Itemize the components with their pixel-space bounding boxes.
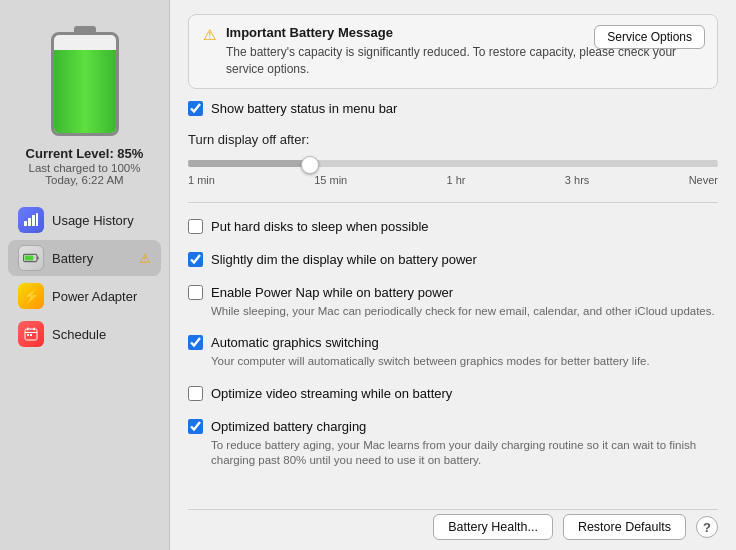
restore-defaults-button[interactable]: Restore Defaults: [563, 514, 686, 540]
tick-3hrs: 3 hrs: [565, 174, 589, 186]
slider-section-label: Turn display off after:: [188, 132, 718, 147]
display-off-slider-section: Turn display off after: 1 min 15 min 1 h…: [188, 128, 718, 190]
sidebar-item-label-usage-history: Usage History: [52, 213, 151, 228]
power-nap-checkbox[interactable]: [188, 285, 203, 300]
usage-history-icon: [18, 207, 44, 233]
bottom-bar: Battery Health... Restore Defaults ?: [188, 509, 718, 540]
sidebar: Current Level: 85% Last charged to 100% …: [0, 0, 170, 550]
warning-icon: ⚠: [203, 26, 216, 44]
tick-never: Never: [689, 174, 718, 186]
battery-warning-badge: ⚠: [139, 251, 151, 266]
option-optimized-charging: Optimized battery charging To reduce bat…: [188, 415, 718, 471]
option-dim-display: Slightly dim the display while on batter…: [188, 248, 718, 271]
option-auto-graphics: Automatic graphics switching Your comput…: [188, 331, 718, 372]
schedule-icon: [18, 321, 44, 347]
svg-rect-5: [37, 256, 39, 259]
auto-graphics-description: Your computer will automatically switch …: [211, 354, 718, 370]
optimized-charging-checkbox[interactable]: [188, 419, 203, 434]
svg-rect-8: [27, 328, 29, 331]
sidebar-item-label-battery: Battery: [52, 251, 129, 266]
battery-health-button[interactable]: Battery Health...: [433, 514, 553, 540]
dim-display-label[interactable]: Slightly dim the display while on batter…: [211, 252, 477, 267]
svg-rect-2: [32, 215, 35, 226]
battery-body: [51, 32, 119, 136]
battery-icon: [49, 26, 121, 136]
optimized-charging-description: To reduce battery aging, your Mac learns…: [211, 438, 718, 469]
svg-rect-0: [24, 221, 27, 226]
battery-visual-container: [49, 26, 121, 136]
battery-fill: [54, 50, 116, 133]
video-streaming-label[interactable]: Optimize video streaming while on batter…: [211, 386, 452, 401]
slider-ticks: 1 min 15 min 1 hr 3 hrs Never: [188, 174, 718, 186]
sidebar-item-schedule[interactable]: Schedule: [8, 316, 161, 352]
power-nap-description: While sleeping, your Mac can periodicall…: [211, 304, 718, 320]
svg-rect-10: [25, 332, 37, 333]
hard-disks-checkbox[interactable]: [188, 219, 203, 234]
sidebar-item-label-power-adapter: Power Adapter: [52, 289, 151, 304]
dim-display-checkbox[interactable]: [188, 252, 203, 267]
option-hard-disks: Put hard disks to sleep when possible: [188, 215, 718, 238]
tick-1hr: 1 hr: [447, 174, 466, 186]
warning-banner: ⚠ Important Battery Message The battery'…: [188, 14, 718, 89]
battery-level-label: Current Level: 85%: [26, 146, 144, 161]
svg-rect-12: [30, 334, 32, 336]
power-nap-label[interactable]: Enable Power Nap while on battery power: [211, 285, 453, 300]
video-streaming-checkbox[interactable]: [188, 386, 203, 401]
auto-graphics-checkbox[interactable]: [188, 335, 203, 350]
sidebar-item-battery[interactable]: Battery ⚠: [8, 240, 161, 276]
power-adapter-icon: ⚡: [18, 283, 44, 309]
svg-rect-9: [34, 328, 36, 331]
divider-1: [188, 202, 718, 203]
tick-1min: 1 min: [188, 174, 215, 186]
optimized-charging-label[interactable]: Optimized battery charging: [211, 419, 366, 434]
auto-graphics-label[interactable]: Automatic graphics switching: [211, 335, 379, 350]
sidebar-nav: Usage History Battery ⚠ ⚡ Power Adapter: [0, 202, 169, 354]
battery-info: Current Level: 85% Last charged to 100% …: [26, 146, 144, 186]
svg-rect-1: [28, 218, 31, 226]
battery-nav-icon: [18, 245, 44, 271]
sidebar-item-label-schedule: Schedule: [52, 327, 151, 342]
show-battery-label[interactable]: Show battery status in menu bar: [211, 101, 397, 116]
show-battery-status-row: Show battery status in menu bar: [188, 99, 718, 118]
warning-body: The battery's capacity is significantly …: [226, 44, 703, 78]
battery-charged-label: Last charged to 100%: [26, 162, 144, 174]
hard-disks-label[interactable]: Put hard disks to sleep when possible: [211, 219, 429, 234]
sidebar-item-power-adapter[interactable]: ⚡ Power Adapter: [8, 278, 161, 314]
help-button[interactable]: ?: [696, 516, 718, 538]
display-off-slider[interactable]: [188, 163, 718, 167]
slider-wrapper: [188, 155, 718, 170]
option-video-streaming: Optimize video streaming while on batter…: [188, 382, 718, 405]
svg-rect-6: [25, 256, 34, 261]
svg-rect-11: [27, 334, 29, 336]
service-options-button[interactable]: Service Options: [594, 25, 705, 49]
tick-15min: 15 min: [314, 174, 347, 186]
main-content: ⚠ Important Battery Message The battery'…: [170, 0, 736, 550]
battery-time-label: Today, 6:22 AM: [26, 174, 144, 186]
sidebar-item-usage-history[interactable]: Usage History: [8, 202, 161, 238]
show-battery-checkbox[interactable]: [188, 101, 203, 116]
svg-rect-3: [36, 213, 38, 226]
option-power-nap: Enable Power Nap while on battery power …: [188, 281, 718, 322]
